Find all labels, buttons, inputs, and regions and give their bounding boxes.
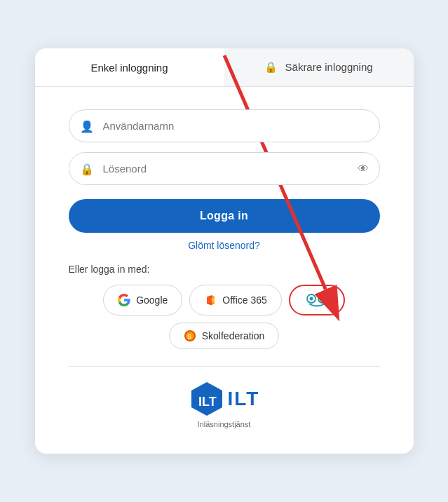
social-buttons-row2: S Skolfederation [69, 323, 380, 349]
svg-text:ILT: ILT [198, 395, 217, 409]
svg-point-5 [320, 297, 324, 301]
tab-simple[interactable]: Enkel inloggning [35, 48, 224, 86]
social-buttons: Google Office 365 [69, 285, 380, 316]
show-password-icon[interactable]: 👁 [358, 163, 369, 175]
office365-icon [204, 294, 217, 306]
password-lock-icon: 🔒 [80, 162, 94, 175]
tab-secure-label: Säkrare inloggning [285, 61, 373, 73]
google-label: Google [136, 294, 168, 306]
login-tabs: Enkel inloggning 🔒 Säkrare inloggning [35, 48, 414, 87]
svg-point-3 [309, 297, 313, 301]
logo-sub-text: Inläsningstjänst [198, 420, 251, 428]
password-input[interactable] [69, 152, 380, 185]
username-group: 👤 [69, 109, 380, 142]
login-button[interactable]: Logga in [69, 199, 380, 233]
svg-text:S: S [187, 333, 191, 340]
office365-label: Office 365 [222, 294, 267, 306]
office365-button[interactable]: Office 365 [189, 285, 282, 316]
google-button[interactable]: Google [103, 285, 182, 316]
tab-secure[interactable]: 🔒 Säkrare inloggning [224, 48, 414, 86]
forgot-password-link[interactable]: Glömt lösenord? [69, 240, 380, 251]
divider [69, 366, 380, 367]
lock-icon: 🔒 [264, 61, 278, 73]
card-body: 👤 🔒 👁 Logga in Glömt lösenord? Eller log… [35, 87, 414, 454]
username-input[interactable] [69, 109, 380, 142]
google-icon [118, 294, 130, 306]
skolfederation-icon: S [184, 330, 196, 342]
logo-text: ILT ILT [189, 381, 260, 417]
tab-simple-label: Enkel inloggning [90, 62, 168, 74]
user-icon: 👤 [80, 119, 94, 133]
or-label: Eller logga in med: [69, 264, 380, 275]
ilt-logo-hex: ILT [189, 381, 225, 417]
skolfederation-label: Skolfederation [202, 330, 265, 341]
face-button[interactable] [289, 285, 345, 316]
face-icon [304, 292, 330, 308]
login-card: Enkel inloggning 🔒 Säkrare inloggning 👤 … [35, 48, 414, 454]
logo-ilt-text: ILT [228, 388, 260, 410]
skolfederation-button[interactable]: S Skolfederation [169, 323, 280, 349]
logo-area: ILT ILT Inläsningstjänst [69, 381, 380, 428]
password-group: 🔒 👁 [69, 152, 380, 185]
